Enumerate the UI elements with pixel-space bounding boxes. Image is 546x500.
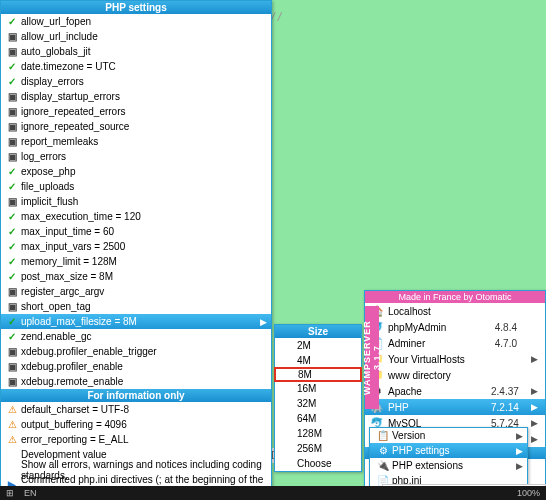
php-setting-item[interactable]: ▣xdebug.profiler_enable_trigger	[1, 344, 271, 359]
size-option[interactable]: 2M	[275, 338, 361, 353]
php-setting-item[interactable]: ✓date.timezone = UTC	[1, 59, 271, 74]
php-settings-title: PHP settings	[1, 1, 271, 14]
php-setting-item[interactable]: ✓allow_url_fopen	[1, 14, 271, 29]
info-item: ⚠error_reporting = E_ALL	[1, 432, 271, 447]
taskbar[interactable]: ⊞ EN 100%	[0, 486, 546, 500]
size-option[interactable]: 64M	[275, 411, 361, 426]
php-setting-item[interactable]: ✓max_input_vars = 2500	[1, 239, 271, 254]
php-setting-item[interactable]: ✓expose_php	[1, 164, 271, 179]
taskbar-lang[interactable]: EN	[24, 488, 37, 498]
php-setting-item[interactable]: ▣ignore_repeated_errors	[1, 104, 271, 119]
taskbar-zoom: 100%	[517, 488, 540, 498]
wamp-menu-item[interactable]: 🏠Localhost	[365, 303, 545, 319]
info-title: For information only	[1, 389, 271, 402]
size-option[interactable]: 4M	[275, 353, 361, 368]
size-submenu: Size 2M4M8M16M32M64M128M256MChoose	[274, 324, 362, 472]
size-option[interactable]: Choose	[275, 456, 361, 471]
size-option[interactable]: 128M	[275, 426, 361, 441]
php-setting-item[interactable]: ✓file_uploads	[1, 179, 271, 194]
php-setting-item[interactable]: ▣xdebug.remote_enable	[1, 374, 271, 389]
size-option[interactable]: 256M	[275, 441, 361, 456]
php-setting-item[interactable]: ▣register_argc_argv	[1, 284, 271, 299]
php-setting-item[interactable]: ▣display_startup_errors	[1, 89, 271, 104]
wamp-menu-item[interactable]: 📁Your VirtualHosts▶	[365, 351, 545, 367]
php-setting-item[interactable]: ✓max_execution_time = 120	[1, 209, 271, 224]
php-setting-item[interactable]: ✓post_max_size = 8M	[1, 269, 271, 284]
taskbar-win-icon[interactable]: ⊞	[6, 488, 14, 498]
wamp-menu-item[interactable]: 🐬phpMyAdmin4.8.4	[365, 319, 545, 335]
php-settings-panel: PHP settings ✓allow_url_fopen▣allow_url_…	[0, 0, 272, 493]
php-setting-item[interactable]: ▣auto_globals_jit	[1, 44, 271, 59]
wamp-credit: Made in France by Otomatic	[365, 291, 545, 303]
wamp-sidebar-label: WAMPSERVER 3.1.7	[365, 306, 379, 409]
wamp-menu-item[interactable]: 🐘PHP7.2.14▶	[365, 399, 545, 415]
php-setting-item[interactable]: ✓max_input_time = 60	[1, 224, 271, 239]
size-option[interactable]: 16M	[275, 381, 361, 396]
php-setting-item[interactable]: ▣allow_url_include	[1, 29, 271, 44]
size-option[interactable]: 8M	[274, 367, 362, 382]
info-item: ⚠output_buffering = 4096	[1, 417, 271, 432]
php-setting-item[interactable]: ✓zend.enable_gc	[1, 329, 271, 344]
wamp-menu-item[interactable]: ⚙Apache2.4.37▶	[365, 383, 545, 399]
php-setting-item[interactable]: ▣implicit_flush	[1, 194, 271, 209]
size-option[interactable]: 32M	[275, 396, 361, 411]
php-setting-item[interactable]: ▣log_errors	[1, 149, 271, 164]
php-setting-item[interactable]: ▣ignore_repeated_source	[1, 119, 271, 134]
php-submenu-item[interactable]: ⚙PHP settings▶	[370, 443, 527, 458]
info-item: ⚠default_charset = UTF-8	[1, 402, 271, 417]
size-title: Size	[275, 325, 361, 338]
php-setting-item[interactable]: ✓memory_limit = 128M	[1, 254, 271, 269]
php-setting-item[interactable]: ▣report_memleaks	[1, 134, 271, 149]
php-setting-item[interactable]: ▣xdebug.profiler_enable	[1, 359, 271, 374]
php-setting-item[interactable]: ✓upload_max_filesize = 8M▶	[1, 314, 271, 329]
php-setting-item[interactable]: ▣short_open_tag	[1, 299, 271, 314]
php-submenu-item[interactable]: 📋Version▶	[370, 428, 527, 443]
php-submenu-item[interactable]: 🔌PHP extensions▶	[370, 458, 527, 473]
wamp-menu-item[interactable]: 📄Adminer4.7.0	[365, 335, 545, 351]
php-setting-item[interactable]: ✓display_errors	[1, 74, 271, 89]
wamp-menu-item[interactable]: 📁www directory	[365, 367, 545, 383]
